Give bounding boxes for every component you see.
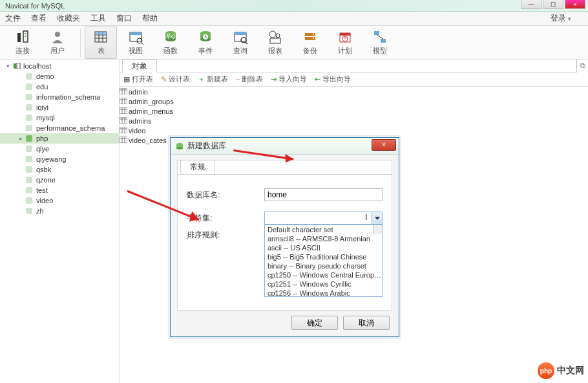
tree-db-video[interactable]: video xyxy=(0,195,119,206)
table-icon xyxy=(120,127,129,135)
dialog-close-button[interactable]: × xyxy=(372,139,396,151)
database-icon xyxy=(26,156,34,162)
svg-point-29 xyxy=(269,31,276,38)
menu-favorites[interactable]: 收藏夹 xyxy=(57,13,80,24)
svg-point-31 xyxy=(276,34,280,38)
table-list[interactable]: adminadmin_groupsadmin_menusadminsvideov… xyxy=(120,87,288,145)
menu-tools[interactable]: 工具 xyxy=(90,13,106,24)
dialog-title: 新建数据库 xyxy=(187,140,226,151)
database-icon xyxy=(26,177,34,183)
charset-option[interactable]: ascii -- US ASCII xyxy=(265,243,382,252)
open-table-button[interactable]: ▦打开表 xyxy=(123,74,153,84)
design-table-button[interactable]: ✎设计表 xyxy=(161,74,190,84)
toolbar-event-button[interactable]: 事件 xyxy=(189,27,222,59)
charset-option[interactable]: binary -- Binary pseudo charset xyxy=(265,261,382,270)
charset-option[interactable]: armscii8 -- ARMSCII-8 Armenian xyxy=(265,234,382,243)
toolbar-report-button[interactable]: 报表 xyxy=(259,27,291,59)
menu-help[interactable]: 帮助 xyxy=(142,13,158,24)
tab-overflow-icon[interactable]: ⧉ xyxy=(576,60,588,72)
svg-line-42 xyxy=(377,35,383,39)
table-row[interactable]: video xyxy=(120,126,288,135)
toolbar-user-button[interactable]: 用户 xyxy=(41,27,74,59)
tree-db-test[interactable]: test xyxy=(0,185,119,195)
toolbar-table-button[interactable]: 表 xyxy=(85,27,117,59)
svg-rect-65 xyxy=(120,137,127,143)
watermark-text: 中文网 xyxy=(557,365,584,377)
database-icon xyxy=(26,125,34,131)
tree-db-zh[interactable]: zh xyxy=(0,206,119,216)
backup-icon xyxy=(302,29,318,45)
window-close[interactable]: × xyxy=(565,0,585,9)
table-row[interactable]: admin_menus xyxy=(120,106,288,116)
menu-window[interactable]: 窗口 xyxy=(116,13,132,24)
table-row[interactable]: admin_groups xyxy=(120,96,288,106)
connection-tree[interactable]: ▾localhostdemoeduinformation_schemaiqiyi… xyxy=(0,60,120,383)
svg-line-28 xyxy=(246,42,247,44)
table-icon xyxy=(93,29,109,45)
login-link[interactable]: 登录 xyxy=(551,13,571,24)
export-wizard-button[interactable]: ⇤导出向导 xyxy=(315,74,351,84)
tree-db-qiyewang[interactable]: qiyewang xyxy=(0,154,119,164)
dbname-field[interactable] xyxy=(264,188,383,201)
label-dbname: 数据库名: xyxy=(187,190,264,201)
tree-db-qzone[interactable]: qzone xyxy=(0,175,119,185)
tab-objects[interactable]: 对象 xyxy=(122,60,157,72)
tree-db-performance_schema[interactable]: performance_schema xyxy=(0,123,119,133)
charset-option[interactable]: Default character set xyxy=(265,225,382,234)
report-icon xyxy=(268,29,283,45)
import-icon: ⇥ xyxy=(271,75,277,83)
plus-icon: ＋ xyxy=(198,74,205,84)
watermark: php 中文网 xyxy=(538,362,584,379)
tree-db-edu[interactable]: edu xyxy=(0,82,119,92)
ok-button[interactable]: 确定 xyxy=(291,316,338,330)
toolbar-function-button[interactable]: f(x)函数 xyxy=(154,27,187,59)
toolbar-backup-button[interactable]: 备份 xyxy=(294,27,326,59)
import-wizard-button[interactable]: ⇥导入向导 xyxy=(271,74,307,84)
charset-dropdown[interactable]: Default character setarmscii8 -- ARMSCII… xyxy=(264,224,383,297)
toolbar-view-button[interactable]: 视图 xyxy=(120,27,152,59)
database-icon xyxy=(26,197,34,204)
toolbar-query-button[interactable]: 查询 xyxy=(224,27,257,59)
tree-db-php[interactable]: ▸php xyxy=(0,133,119,144)
text-cursor-icon: Ⅰ xyxy=(365,213,368,223)
cancel-button[interactable]: 取消 xyxy=(343,316,390,330)
tree-connection[interactable]: ▾localhost xyxy=(0,61,119,71)
toolbar-model-button[interactable]: 模型 xyxy=(364,27,396,59)
table-row[interactable]: admin xyxy=(120,87,288,96)
tree-db-demo[interactable]: demo xyxy=(0,71,119,82)
tree-db-information_schema[interactable]: information_schema xyxy=(0,92,119,102)
tree-db-mysql[interactable]: mysql xyxy=(0,113,119,123)
menu-view[interactable]: 查看 xyxy=(31,13,47,24)
svg-rect-57 xyxy=(120,117,127,124)
svg-point-35 xyxy=(313,38,314,39)
window-minimize[interactable]: — xyxy=(521,0,541,9)
charset-option[interactable]: cp1251 -- Windows Cyrillic xyxy=(265,279,382,289)
svg-marker-73 xyxy=(282,154,295,165)
delete-table-button[interactable]: −删除表 xyxy=(236,74,263,84)
charset-option[interactable]: cp1250 -- Windows Central European xyxy=(265,270,382,279)
toolbar-schedule-button[interactable]: 计划 xyxy=(329,27,361,59)
database-icon xyxy=(26,187,34,193)
tree-db-iqiyi[interactable]: iqiyi xyxy=(0,102,119,113)
charset-option[interactable]: big5 -- Big5 Traditional Chinese xyxy=(265,252,382,261)
scrollbar[interactable] xyxy=(373,225,382,234)
tree-db-qiye[interactable]: qiye xyxy=(0,144,119,154)
toolbar-connect-button[interactable]: 连接 xyxy=(6,27,39,59)
charset-option[interactable]: cp1256 -- Windows Arabic xyxy=(265,289,382,297)
tree-db-qsbk[interactable]: qsbk xyxy=(0,164,119,175)
dropdown-arrow-icon[interactable] xyxy=(372,212,382,224)
svg-rect-40 xyxy=(374,31,379,35)
table-row[interactable]: admins xyxy=(120,116,288,126)
database-icon xyxy=(176,142,184,150)
menu-bar: 文件 查看 收藏夹 工具 窗口 帮助 登录 xyxy=(0,12,588,26)
new-table-button[interactable]: ＋新建表 xyxy=(198,74,228,84)
table-icon xyxy=(120,98,129,105)
tab-general[interactable]: 常规 xyxy=(180,160,215,174)
svg-rect-37 xyxy=(340,33,350,36)
window-maximize[interactable]: ☐ xyxy=(543,0,563,9)
charset-select[interactable]: Ⅰ xyxy=(264,212,383,224)
database-icon xyxy=(26,115,34,121)
menu-file[interactable]: 文件 xyxy=(5,13,21,24)
watermark-logo: php xyxy=(538,362,554,379)
event-icon xyxy=(198,29,213,45)
